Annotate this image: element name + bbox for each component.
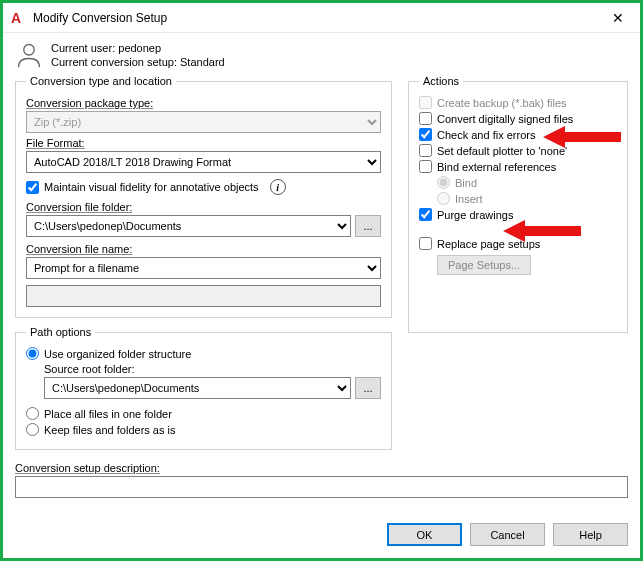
info-icon[interactable]: i <box>270 179 286 195</box>
source-browse-button[interactable]: ... <box>355 377 381 399</box>
cancel-button[interactable]: Cancel <box>470 523 545 546</box>
dialog-button-row: OK Cancel Help <box>3 513 640 558</box>
actions-legend: Actions <box>419 75 463 87</box>
description-input[interactable] <box>15 476 628 498</box>
path-one-folder-label: Place all files in one folder <box>44 408 172 420</box>
titlebar: A Modify Conversion Setup ✕ <box>3 3 640 33</box>
path-organized-label: Use organized folder structure <box>44 348 191 360</box>
setup-value: Standard <box>180 56 225 68</box>
purge-checkbox[interactable] <box>419 208 432 221</box>
current-user-label: Current user: <box>51 42 115 54</box>
fidelity-checkbox[interactable] <box>26 181 39 194</box>
conversion-type-legend: Conversion type and location <box>26 75 176 87</box>
path-organized-radio[interactable] <box>26 347 39 360</box>
folder-label: Conversion file folder: <box>26 201 381 213</box>
file-format-label: File Format: <box>26 137 381 149</box>
check-fix-label: Check and fix errors <box>437 129 535 141</box>
svg-point-0 <box>24 45 35 56</box>
conversion-type-fieldset: Conversion type and location Conversion … <box>15 75 392 318</box>
actions-fieldset: Actions Create backup (*.bak) files Conv… <box>408 75 628 333</box>
pkg-type-select[interactable]: Zip (*.zip) <box>26 111 381 133</box>
path-as-is-label: Keep files and folders as is <box>44 424 175 436</box>
pkg-type-label: Conversion package type: <box>26 97 381 109</box>
bind-label: Bind <box>455 177 477 189</box>
insert-label: Insert <box>455 193 483 205</box>
user-icon <box>15 41 43 69</box>
dialog-window: A Modify Conversion Setup ✕ Current user… <box>0 0 643 561</box>
bind-radio <box>437 176 450 189</box>
purge-label: Purge drawings <box>437 209 513 221</box>
dialog-content: Current user: pedonep Current conversion… <box>3 33 640 513</box>
path-one-folder-radio[interactable] <box>26 407 39 420</box>
dialog-title: Modify Conversion Setup <box>33 11 595 25</box>
close-button[interactable]: ✕ <box>595 3 640 33</box>
bind-ext-checkbox[interactable] <box>419 160 432 173</box>
default-plotter-label: Set default plotter to 'none' <box>437 145 567 157</box>
path-options-legend: Path options <box>26 326 95 338</box>
filename-label: Conversion file name: <box>26 243 381 255</box>
fidelity-label: Maintain visual fidelity for annotative … <box>44 181 259 193</box>
user-info-row: Current user: pedonep Current conversion… <box>15 41 628 69</box>
replace-ps-label: Replace page setups <box>437 238 540 250</box>
setup-label: Current conversion setup: <box>51 56 177 68</box>
folder-select[interactable]: C:\Users\pedonep\Documents <box>26 215 351 237</box>
file-format-select[interactable]: AutoCAD 2018/LT 2018 Drawing Format <box>26 151 381 173</box>
insert-radio <box>437 192 450 205</box>
create-backup-label: Create backup (*.bak) files <box>437 97 567 109</box>
create-backup-checkbox <box>419 96 432 109</box>
help-button[interactable]: Help <box>553 523 628 546</box>
filename-select[interactable]: Prompt for a filename <box>26 257 381 279</box>
path-as-is-radio[interactable] <box>26 423 39 436</box>
convert-signed-label: Convert digitally signed files <box>437 113 573 125</box>
autocad-icon: A <box>11 10 27 26</box>
path-options-fieldset: Path options Use organized folder struct… <box>15 326 392 450</box>
source-root-label: Source root folder: <box>44 363 381 375</box>
folder-browse-button[interactable]: ... <box>355 215 381 237</box>
description-label: Conversion setup description: <box>15 462 628 474</box>
check-fix-checkbox[interactable] <box>419 128 432 141</box>
default-plotter-checkbox[interactable] <box>419 144 432 157</box>
source-root-select[interactable]: C:\Users\pedonep\Documents <box>44 377 351 399</box>
convert-signed-checkbox[interactable] <box>419 112 432 125</box>
ok-button[interactable]: OK <box>387 523 462 546</box>
replace-ps-checkbox[interactable] <box>419 237 432 250</box>
filename-input[interactable] <box>26 285 381 307</box>
bind-ext-label: Bind external references <box>437 161 556 173</box>
current-user-value: pedonep <box>118 42 161 54</box>
page-setups-button: Page Setups... <box>437 255 531 275</box>
